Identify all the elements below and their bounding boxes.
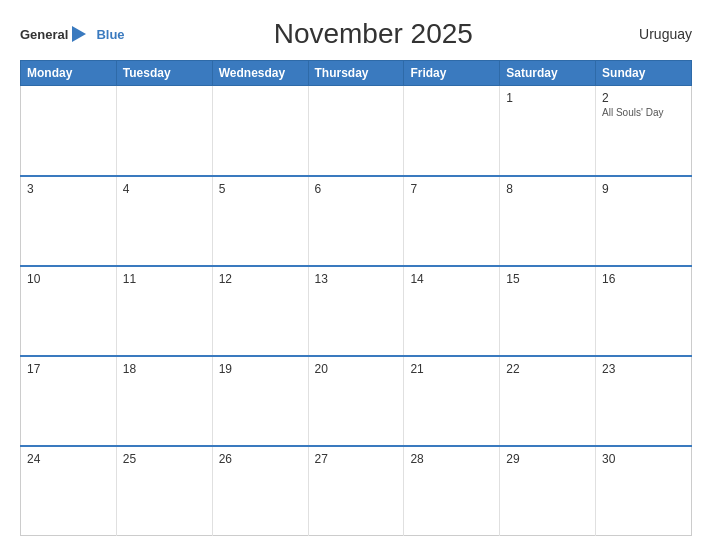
- table-row: 28: [404, 446, 500, 536]
- table-row: 18: [116, 356, 212, 446]
- table-row: 20: [308, 356, 404, 446]
- table-row: 3: [21, 176, 117, 266]
- day-number: 13: [315, 272, 398, 286]
- day-number: 18: [123, 362, 206, 376]
- day-number: 8: [506, 182, 589, 196]
- day-number: 1: [506, 91, 589, 105]
- table-row: 21: [404, 356, 500, 446]
- day-number: 11: [123, 272, 206, 286]
- day-number: 3: [27, 182, 110, 196]
- table-row: 22: [500, 356, 596, 446]
- table-row: 4: [116, 176, 212, 266]
- day-number: 20: [315, 362, 398, 376]
- col-saturday: Saturday: [500, 61, 596, 86]
- table-row: 23: [596, 356, 692, 446]
- calendar-week-row: 10111213141516: [21, 266, 692, 356]
- col-friday: Friday: [404, 61, 500, 86]
- day-number: 28: [410, 452, 493, 466]
- table-row: 11: [116, 266, 212, 356]
- calendar-header-row: Monday Tuesday Wednesday Thursday Friday…: [21, 61, 692, 86]
- table-row: 24: [21, 446, 117, 536]
- col-sunday: Sunday: [596, 61, 692, 86]
- table-row: 7: [404, 176, 500, 266]
- logo-general-text: General: [20, 27, 68, 42]
- day-number: 22: [506, 362, 589, 376]
- table-row: [116, 86, 212, 176]
- table-row: 13: [308, 266, 404, 356]
- day-number: 27: [315, 452, 398, 466]
- col-wednesday: Wednesday: [212, 61, 308, 86]
- table-row: [308, 86, 404, 176]
- day-number: 10: [27, 272, 110, 286]
- calendar-week-row: 12All Souls' Day: [21, 86, 692, 176]
- day-number: 9: [602, 182, 685, 196]
- logo-flag-icon: [72, 26, 94, 42]
- event-label: All Souls' Day: [602, 107, 685, 118]
- day-number: 25: [123, 452, 206, 466]
- table-row: 1: [500, 86, 596, 176]
- table-row: 12: [212, 266, 308, 356]
- day-number: 23: [602, 362, 685, 376]
- day-number: 2: [602, 91, 685, 105]
- day-number: 4: [123, 182, 206, 196]
- calendar-page: General Blue November 2025 Uruguay Monda…: [0, 0, 712, 550]
- table-row: 27: [308, 446, 404, 536]
- calendar-week-row: 3456789: [21, 176, 692, 266]
- table-row: 25: [116, 446, 212, 536]
- calendar-week-row: 24252627282930: [21, 446, 692, 536]
- day-number: 30: [602, 452, 685, 466]
- day-number: 17: [27, 362, 110, 376]
- table-row: 30: [596, 446, 692, 536]
- day-number: 21: [410, 362, 493, 376]
- day-number: 5: [219, 182, 302, 196]
- day-number: 7: [410, 182, 493, 196]
- header: General Blue November 2025 Uruguay: [20, 18, 692, 50]
- table-row: 2All Souls' Day: [596, 86, 692, 176]
- table-row: [212, 86, 308, 176]
- day-number: 19: [219, 362, 302, 376]
- calendar-table: Monday Tuesday Wednesday Thursday Friday…: [20, 60, 692, 536]
- table-row: 17: [21, 356, 117, 446]
- table-row: [404, 86, 500, 176]
- table-row: 8: [500, 176, 596, 266]
- day-number: 6: [315, 182, 398, 196]
- table-row: [21, 86, 117, 176]
- table-row: 10: [21, 266, 117, 356]
- table-row: 14: [404, 266, 500, 356]
- day-number: 26: [219, 452, 302, 466]
- day-number: 14: [410, 272, 493, 286]
- col-tuesday: Tuesday: [116, 61, 212, 86]
- table-row: 15: [500, 266, 596, 356]
- table-row: 29: [500, 446, 596, 536]
- day-number: 16: [602, 272, 685, 286]
- table-row: 16: [596, 266, 692, 356]
- day-number: 24: [27, 452, 110, 466]
- day-number: 15: [506, 272, 589, 286]
- calendar-title: November 2025: [125, 18, 622, 50]
- logo: General Blue: [20, 26, 125, 42]
- day-number: 12: [219, 272, 302, 286]
- table-row: 6: [308, 176, 404, 266]
- table-row: 19: [212, 356, 308, 446]
- col-thursday: Thursday: [308, 61, 404, 86]
- col-monday: Monday: [21, 61, 117, 86]
- calendar-week-row: 17181920212223: [21, 356, 692, 446]
- day-number: 29: [506, 452, 589, 466]
- table-row: 26: [212, 446, 308, 536]
- table-row: 9: [596, 176, 692, 266]
- country-label: Uruguay: [622, 26, 692, 42]
- logo-blue-text: Blue: [96, 27, 124, 42]
- table-row: 5: [212, 176, 308, 266]
